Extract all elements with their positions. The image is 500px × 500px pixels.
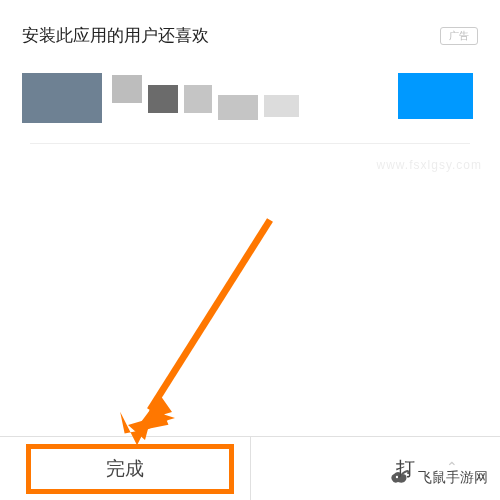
complete-button[interactable]: 完成: [0, 437, 250, 500]
svg-marker-4: [128, 392, 172, 440]
watermark-logo-icon: [388, 466, 412, 490]
app-thumbnail[interactable]: [184, 85, 212, 113]
section-title: 安装此应用的用户还喜欢: [22, 24, 209, 47]
watermark-url: www.fsxlgsy.com: [377, 158, 482, 172]
ad-badge: 广告: [440, 27, 478, 45]
watermark: 飞鼠手游网: [388, 466, 488, 490]
svg-point-6: [396, 476, 398, 478]
app-thumbnail[interactable]: [398, 73, 473, 119]
recommended-apps-row: [0, 63, 500, 143]
section-header: 安装此应用的用户还喜欢 广告: [0, 0, 500, 63]
app-thumbnail[interactable]: [112, 75, 142, 103]
svg-marker-2: [135, 410, 175, 430]
divider: [30, 143, 470, 144]
app-thumbnail[interactable]: [264, 95, 299, 117]
app-thumbnail[interactable]: [148, 85, 178, 113]
recommendations-section: 安装此应用的用户还喜欢 广告: [0, 0, 500, 144]
svg-line-1: [150, 220, 270, 410]
app-thumbnail[interactable]: [22, 73, 102, 123]
complete-button-label: 完成: [106, 456, 144, 482]
watermark-text: 飞鼠手游网: [418, 469, 488, 487]
svg-marker-3: [142, 400, 168, 432]
app-thumbnail[interactable]: [218, 95, 258, 120]
